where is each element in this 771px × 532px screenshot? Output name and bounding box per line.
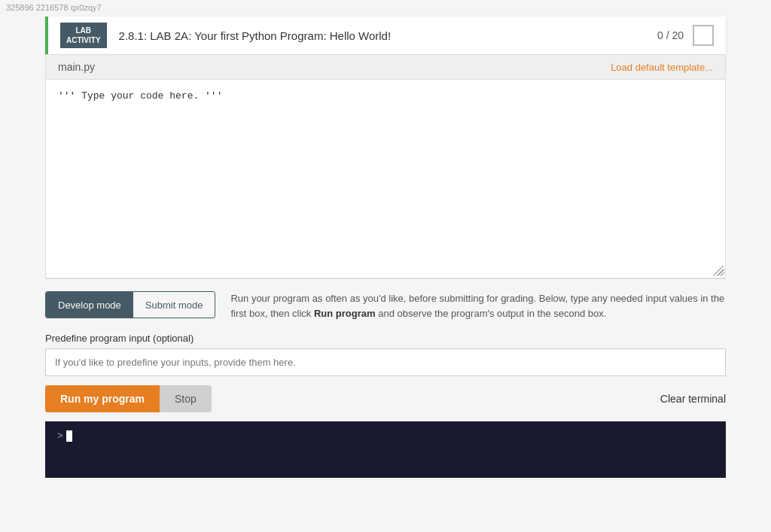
lab-score: 0 / 20: [657, 29, 684, 41]
run-program-button[interactable]: Run my program: [45, 385, 160, 412]
code-editor[interactable]: ''' Type your code here. ''': [46, 80, 725, 275]
terminal-cursor: [66, 430, 72, 442]
lab-title: 2.8.1: LAB 2A: Your first Python Program…: [119, 29, 657, 42]
editor-container: main.py Load default template... ''' Typ…: [45, 54, 726, 279]
terminal: >: [45, 421, 726, 478]
svg-line-2: [721, 273, 724, 276]
develop-mode-button[interactable]: Develop mode: [46, 292, 133, 318]
session-bar: 325896 2216578 qx0zqy7: [0, 0, 771, 17]
mode-description: Run your program as often as you'd like,…: [230, 291, 726, 321]
run-buttons: Run my program Stop: [45, 385, 212, 412]
svg-line-1: [717, 269, 724, 276]
editor-wrapper: ''' Type your code here. ''': [46, 80, 725, 278]
resize-handle-icon: [713, 266, 724, 276]
predefine-label: Predefine program input (optional): [45, 333, 726, 344]
clear-terminal-button[interactable]: Clear terminal: [660, 393, 726, 405]
run-controls: Run my program Stop Clear terminal: [45, 385, 726, 412]
terminal-prompt: >: [57, 430, 63, 442]
load-template-link[interactable]: Load default template...: [611, 62, 713, 73]
editor-filename: main.py: [58, 61, 95, 73]
editor-header: main.py Load default template...: [46, 55, 725, 80]
controls-area: Develop mode Submit mode Run your progra…: [45, 279, 726, 333]
mode-toggle: Develop mode Submit mode: [45, 291, 215, 318]
run-program-bold: Run program: [314, 308, 376, 319]
score-icon: [693, 25, 714, 46]
stop-button[interactable]: Stop: [160, 385, 212, 412]
session-id: 325896 2216578 qx0zqy7: [6, 3, 102, 12]
submit-mode-button[interactable]: Submit mode: [133, 292, 215, 318]
lab-badge: LAB ACTIVITY: [60, 23, 107, 48]
bottom-area: Predefine program input (optional) Run m…: [45, 333, 726, 478]
lab-header: LAB ACTIVITY 2.8.1: LAB 2A: Your first P…: [45, 17, 726, 54]
predefine-input[interactable]: [45, 348, 726, 376]
